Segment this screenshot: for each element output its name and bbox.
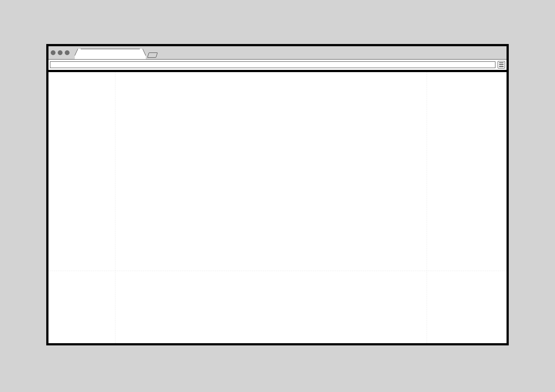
hamburger-icon (499, 66, 504, 67)
tab-label (81, 49, 140, 59)
hamburger-icon (499, 64, 504, 65)
grid-guide-vertical-left (115, 72, 115, 343)
new-tab-button[interactable] (147, 53, 158, 58)
hamburger-icon (499, 62, 504, 63)
window-controls (51, 50, 70, 55)
hamburger-menu-button[interactable] (498, 61, 505, 68)
active-tab[interactable] (75, 49, 146, 59)
address-input[interactable] (50, 61, 495, 68)
grid-guide-horizontal (48, 271, 507, 271)
tab-bar (48, 46, 507, 60)
address-bar-row (48, 60, 507, 72)
maximize-window-button[interactable] (65, 50, 70, 55)
grid-guide-vertical-right (427, 72, 427, 343)
browser-window (46, 44, 509, 345)
page-viewport (48, 72, 507, 343)
close-window-button[interactable] (51, 50, 56, 55)
minimize-window-button[interactable] (58, 50, 63, 55)
tab-container (75, 46, 157, 59)
